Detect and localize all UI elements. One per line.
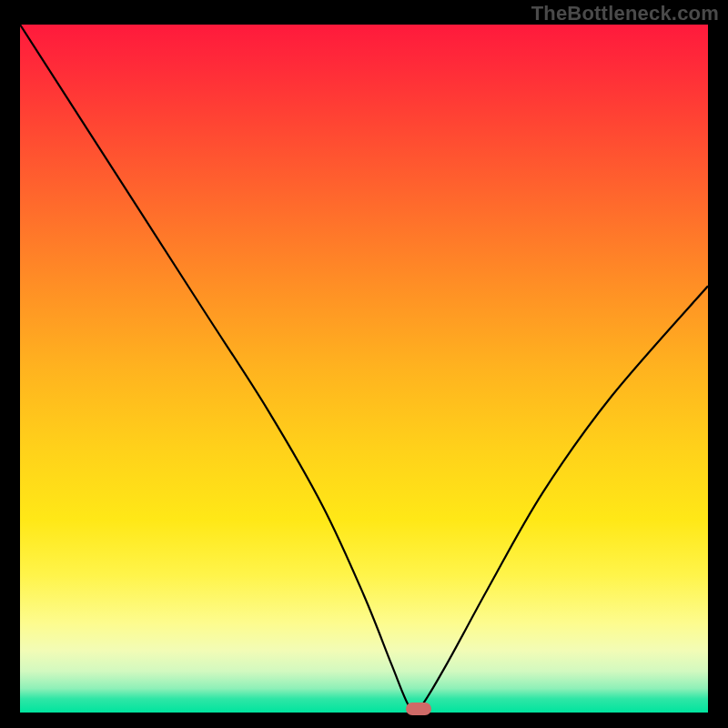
bottleneck-curve: [20, 25, 708, 713]
watermark-text: TheBottleneck.com: [531, 2, 719, 25]
chart-frame: TheBottleneck.com: [0, 0, 728, 728]
plot-area: [20, 25, 708, 713]
optimal-marker: [406, 703, 431, 715]
